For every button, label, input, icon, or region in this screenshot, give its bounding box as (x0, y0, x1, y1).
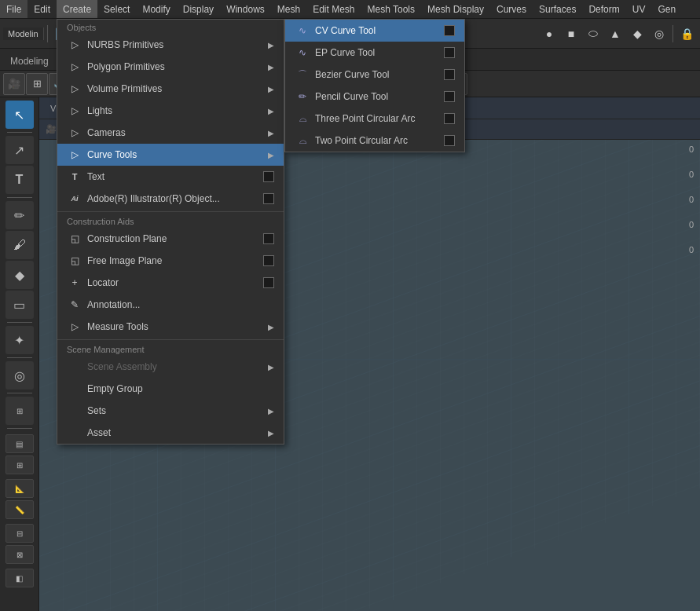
menu-file[interactable]: File (0, 0, 27, 18)
bezier-curve-checkbox[interactable] (444, 69, 455, 80)
tool-select[interactable]: ↖ (5, 101, 34, 129)
side-extra-6[interactable]: ⊠ (5, 545, 34, 564)
toolbar-prim-torus[interactable]: ◎ (649, 24, 669, 44)
menu-edit[interactable]: Edit (27, 0, 57, 18)
menu-volume[interactable]: ▷ Volume Primitives ▶ (57, 78, 284, 100)
side-extra-4[interactable]: 📏 (5, 500, 34, 519)
menu-deform[interactable]: Deform (582, 0, 625, 18)
free-image-checkbox[interactable] (263, 255, 274, 266)
menu-text[interactable]: T Text (57, 166, 284, 188)
const-plane-icon: ◱ (67, 231, 82, 247)
menu-lights[interactable]: ▷ Lights ▶ (57, 100, 284, 122)
submenu-pencil-curve[interactable]: ✏ Pencil Curve Tool (285, 86, 464, 108)
menu-select[interactable]: Select (97, 0, 136, 18)
menu-edit-mesh[interactable]: Edit Mesh (306, 0, 361, 18)
tool-grid2[interactable]: ⊞ (5, 397, 34, 425)
tool-rect[interactable]: ▭ (5, 291, 34, 319)
menu-windows[interactable]: Windows (220, 0, 271, 18)
menu-curves[interactable]: Curves (490, 0, 533, 18)
menu-modify[interactable]: Modify (136, 0, 176, 18)
measure-arrow: ▶ (268, 323, 274, 331)
sets-arrow: ▶ (268, 407, 274, 415)
menu-create[interactable]: Create (57, 0, 97, 18)
pencil-curve-checkbox[interactable] (444, 91, 455, 102)
three-point-arc-icon: ⌓ (295, 111, 310, 126)
tool-pen[interactable]: ✏ (5, 201, 34, 229)
menu-uv[interactable]: UV (626, 0, 652, 18)
menu-mesh[interactable]: Mesh (271, 0, 306, 18)
tool-snap[interactable]: ◎ (5, 361, 34, 390)
three-point-arc-checkbox[interactable] (444, 113, 455, 124)
tool-brush[interactable]: 🖌 (5, 231, 34, 259)
locator-checkbox[interactable] (263, 277, 274, 288)
menu-ai[interactable]: Ai Adobe(R) Illustrator(R) Object... (57, 188, 284, 210)
toolbar-prim-cone[interactable]: ▲ (605, 24, 625, 44)
cameras-icon: ▷ (67, 125, 82, 141)
divider-2 (57, 339, 284, 340)
menu-surfaces[interactable]: Surfaces (533, 0, 582, 18)
menu-locator[interactable]: + Locator (57, 272, 284, 294)
curve-tools-submenu: ∿ CV Curve Tool ∿ EP Curve Tool ⌒ Bezier… (284, 19, 465, 152)
side-extra-2[interactable]: ⊞ (5, 456, 34, 474)
side-extra-1[interactable]: ▤ (5, 434, 34, 453)
tab-modeling[interactable]: Modeling (0, 52, 59, 70)
const-plane-checkbox[interactable] (263, 233, 274, 244)
menu-scene-assembly[interactable]: Scene Assembly ▶ (57, 356, 284, 378)
submenu-ep-curve[interactable]: ∿ EP Curve Tool (285, 42, 464, 64)
toolbar-prim-diamond[interactable]: ◆ (627, 24, 647, 44)
menu-mesh-display[interactable]: Mesh Display (421, 0, 490, 18)
menu-mesh-tools[interactable]: Mesh Tools (361, 0, 421, 18)
tool-star[interactable]: ✦ (5, 326, 34, 354)
side-sep-3 (7, 322, 32, 323)
menu-measure[interactable]: ▷ Measure Tools ▶ (57, 316, 284, 338)
submenu-two-point-arc[interactable]: ⌓ Two Point Circular Arc (285, 130, 464, 152)
nurbs-arrow: ▶ (268, 41, 274, 49)
tool-text[interactable]: T (5, 166, 34, 194)
empty-group-icon (67, 381, 82, 397)
tool-shape[interactable]: ◆ (5, 261, 34, 289)
annotation-icon: ✎ (67, 297, 82, 313)
toolbar-prim-sphere[interactable]: ● (539, 24, 559, 44)
sets-icon (67, 403, 82, 419)
poly-arrow: ▶ (268, 63, 274, 71)
toolbar-prim-cylinder[interactable]: ⬭ (583, 24, 603, 44)
toolbar-lock[interactable]: 🔒 (676, 24, 697, 44)
side-extra-7[interactable]: ◧ (5, 569, 34, 587)
submenu-cv-curve[interactable]: ∿ CV Curve Tool (285, 20, 464, 42)
side-extra-5[interactable]: ⊟ (5, 524, 34, 543)
menu-gen[interactable]: Gen (651, 0, 682, 18)
tool-select2[interactable]: ↗ (5, 136, 34, 164)
menu-display[interactable]: Display (177, 0, 220, 18)
menu-nurbs[interactable]: ▷ NURBS Primitives ▶ (57, 34, 284, 56)
icon-grid[interactable]: ⊞ (26, 73, 48, 95)
nurbs-icon: ▷ (67, 37, 82, 53)
text-checkbox[interactable] (263, 171, 274, 182)
menu-curve-tools[interactable]: ▷ Curve Tools ▶ (57, 144, 284, 166)
submenu-bezier-curve[interactable]: ⌒ Bezier Curve Tool (285, 64, 464, 86)
side-sep-6 (7, 428, 32, 429)
two-point-arc-checkbox[interactable] (444, 135, 455, 146)
menu-sets[interactable]: Sets ▶ (57, 400, 284, 422)
cv-curve-checkbox[interactable] (444, 25, 455, 36)
menu-empty-group[interactable]: Empty Group (57, 378, 284, 400)
menu-asset[interactable]: Asset ▶ (57, 422, 284, 444)
toolbar-prim-cube[interactable]: ■ (561, 24, 581, 44)
icon-camera[interactable]: 🎥 (3, 73, 25, 95)
ep-curve-checkbox[interactable] (444, 47, 455, 58)
tool-group-extra: ▤ ⊞ (5, 434, 35, 475)
menu-cameras[interactable]: ▷ Cameras ▶ (57, 122, 284, 144)
side-sep-1 (7, 132, 32, 133)
viewport-numbers: 0 0 0 0 0 (689, 145, 694, 254)
menu-free-image[interactable]: ◱ Free Image Plane (57, 250, 284, 272)
side-sep-5 (7, 393, 32, 393)
submenu-three-point-arc[interactable]: ⌓ Three Point Circular Arc (285, 108, 464, 130)
side-extra-3[interactable]: 📐 (5, 479, 34, 498)
menu-annotation[interactable]: ✎ Annotation... (57, 294, 284, 316)
divider-1 (57, 211, 284, 212)
ai-checkbox[interactable] (263, 193, 274, 204)
menu-const-plane[interactable]: ◱ Construction Plane (57, 228, 284, 250)
menu-poly[interactable]: ▷ Polygon Primitives ▶ (57, 56, 284, 78)
left-sidebar: ↖ ↗ T ✏ 🖌 ◆ ▭ ✦ ◎ ⊞ ▤ ⊞ 📐 📏 ⊟ ⊠ ◧ (0, 97, 39, 611)
cameras-arrow: ▶ (268, 129, 274, 137)
asset-arrow: ▶ (268, 429, 274, 437)
